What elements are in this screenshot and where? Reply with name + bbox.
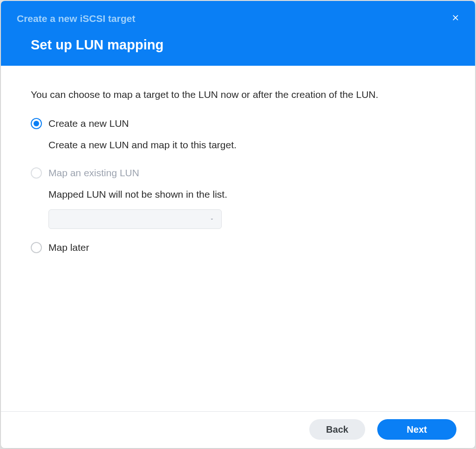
radio-label-create-new: Create a new LUN	[48, 117, 129, 130]
back-button[interactable]: Back	[309, 419, 365, 440]
dialog-title: Create a new iSCSI target	[17, 13, 459, 24]
create-new-description: Create a new LUN and map it to this targ…	[48, 138, 445, 152]
wizard-dialog: Create a new iSCSI target Set up LUN map…	[1, 1, 475, 448]
dialog-subtitle: Set up LUN mapping	[31, 37, 459, 53]
close-icon	[451, 13, 460, 22]
map-existing-description: Mapped LUN will not be shown in the list…	[48, 188, 445, 201]
radio-label-map-existing: Map an existing LUN	[48, 166, 139, 180]
next-button[interactable]: Next	[377, 419, 456, 440]
radio-map-later[interactable]	[31, 242, 42, 253]
radio-map-existing	[31, 167, 42, 179]
existing-lun-dropdown	[48, 209, 222, 229]
dialog-body: You can choose to map a target to the LU…	[1, 66, 475, 411]
intro-text: You can choose to map a target to the LU…	[31, 89, 445, 100]
close-button[interactable]	[450, 12, 461, 23]
dialog-header: Create a new iSCSI target Set up LUN map…	[1, 1, 475, 66]
option-create-new-lun[interactable]: Create a new LUN	[31, 117, 445, 130]
radio-label-map-later: Map later	[48, 241, 89, 254]
dialog-footer: Back Next	[1, 411, 475, 448]
option-map-existing-lun: Map an existing LUN	[31, 166, 445, 180]
radio-create-new[interactable]	[31, 118, 42, 129]
option-map-later[interactable]: Map later	[31, 241, 445, 254]
map-existing-block: Mapped LUN will not be shown in the list…	[48, 188, 445, 229]
chevron-down-icon	[209, 216, 215, 222]
